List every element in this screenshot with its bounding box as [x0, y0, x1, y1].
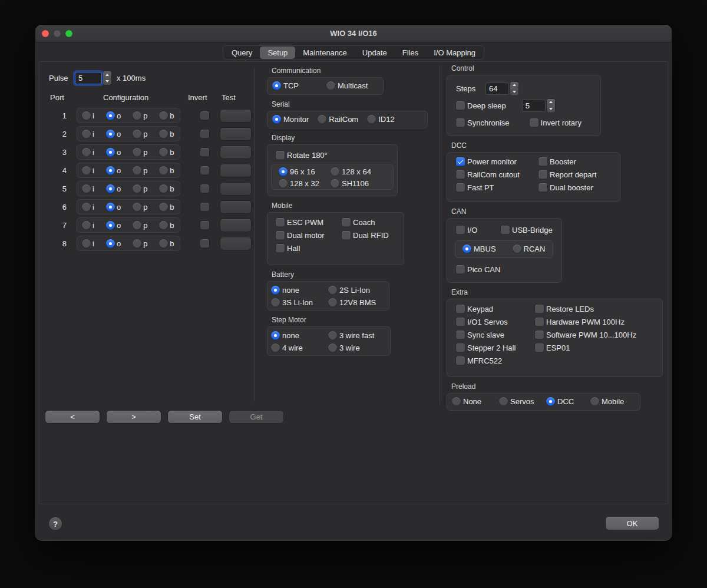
test-button[interactable]	[220, 219, 251, 232]
help-button[interactable]: ?	[49, 517, 62, 530]
radio-option[interactable]: RailCom	[318, 115, 358, 124]
config-radio-p[interactable]: p	[133, 239, 147, 248]
tab[interactable]: Maintenance	[295, 47, 354, 59]
steps-stepper[interactable]	[510, 82, 518, 95]
checkbox-option[interactable]: Hall	[276, 244, 342, 253]
radio-option[interactable]: Mobile	[590, 397, 635, 406]
config-radio-o[interactable]: o	[106, 239, 121, 248]
invert-checkbox[interactable]	[200, 111, 209, 120]
next-button[interactable]: >	[107, 411, 161, 423]
invert-checkbox[interactable]	[200, 130, 209, 138]
steps-input[interactable]: 64	[485, 82, 509, 95]
config-radio-i[interactable]: i	[82, 111, 94, 120]
checkbox-option[interactable]: Dual motor	[276, 231, 342, 240]
checkbox-option[interactable]: Dual RFID	[342, 231, 395, 240]
radio-option[interactable]: 2S Li-Ion	[328, 286, 385, 295]
test-button[interactable]	[220, 201, 251, 213]
radio-option[interactable]: none	[271, 286, 328, 295]
checkbox-option[interactable]: Software PWM 10...100Hz	[535, 331, 653, 339]
config-radio-i[interactable]: i	[82, 184, 94, 193]
config-radio-o[interactable]: o	[106, 111, 121, 120]
test-button[interactable]	[220, 146, 251, 158]
stepper-down-icon[interactable]	[103, 78, 111, 85]
checkbox-option[interactable]: Hardware PWM 100Hz	[535, 318, 653, 326]
invert-checkbox[interactable]	[200, 148, 209, 157]
radio-option[interactable]: 96 x 16	[279, 167, 331, 176]
ok-button[interactable]: OK	[606, 517, 659, 530]
invert-checkbox[interactable]	[200, 184, 209, 193]
config-radio-i[interactable]: i	[82, 148, 94, 157]
checkbox-option[interactable]: Fast PT	[456, 183, 538, 192]
stepper-up-icon[interactable]	[103, 71, 111, 78]
radio-option[interactable]: Multicast	[326, 81, 378, 90]
tab[interactable]: Files	[395, 47, 426, 59]
checkbox-option[interactable]: ESC PWM	[276, 218, 342, 227]
test-button[interactable]	[220, 237, 251, 250]
invert-rotary-checkbox-option[interactable]: Invert rotary	[530, 118, 582, 127]
config-radio-p[interactable]: p	[133, 166, 147, 175]
config-radio-p[interactable]: p	[133, 184, 147, 193]
invert-checkbox[interactable]	[200, 203, 209, 212]
pulse-stepper[interactable]	[103, 71, 111, 85]
set-button[interactable]: Set	[168, 411, 222, 423]
checkbox-option[interactable]: Coach	[342, 218, 395, 227]
radio-option[interactable]: 4 wire	[271, 343, 328, 352]
checkbox-option[interactable]: Restore LEDs	[535, 305, 653, 313]
stepper-up-icon[interactable]	[510, 82, 518, 89]
tab[interactable]: Update	[355, 47, 395, 59]
checkbox-option[interactable]: ESP01	[535, 343, 653, 352]
config-radio-b[interactable]: b	[159, 184, 174, 193]
tab[interactable]: Setup	[260, 47, 295, 59]
config-radio-p[interactable]: p	[133, 111, 147, 120]
config-radio-p[interactable]: p	[133, 148, 147, 157]
radio-option[interactable]: DCC	[546, 397, 590, 406]
close-icon[interactable]	[42, 30, 49, 37]
checkbox-option[interactable]: I/O1 Servos	[456, 318, 535, 326]
config-radio-o[interactable]: o	[106, 130, 121, 138]
checkbox-option[interactable]: I/O	[456, 226, 501, 234]
radio-option[interactable]: Monitor	[272, 115, 309, 124]
radio-option[interactable]: 3S Li-Ion	[271, 298, 328, 307]
radio-option[interactable]: none	[271, 331, 328, 340]
config-radio-o[interactable]: o	[106, 203, 121, 212]
config-radio-b[interactable]: b	[159, 203, 174, 212]
checkbox-option[interactable]: Keypad	[456, 305, 535, 313]
checkbox-option[interactable]: Report depart	[538, 170, 611, 179]
config-radio-b[interactable]: b	[159, 130, 174, 138]
radio-option[interactable]: 128 x 32	[279, 179, 331, 188]
config-radio-p[interactable]: p	[133, 221, 147, 230]
config-radio-i[interactable]: i	[82, 203, 94, 212]
radio-option[interactable]: 3 wire fast	[328, 331, 386, 340]
config-radio-p[interactable]: p	[133, 203, 147, 212]
stepper-down-icon[interactable]	[510, 88, 518, 95]
radio-option[interactable]: TCP	[272, 81, 326, 90]
tab[interactable]: I/O Mapping	[426, 47, 483, 59]
checkbox-option[interactable]: RailCom cutout	[456, 170, 538, 179]
config-radio-i[interactable]: i	[82, 130, 94, 138]
config-radio-b[interactable]: b	[159, 221, 174, 230]
config-radio-b[interactable]: b	[159, 111, 174, 120]
config-radio-i[interactable]: i	[82, 166, 94, 175]
config-radio-b[interactable]: b	[159, 239, 174, 248]
tab[interactable]: Query	[224, 47, 260, 59]
deep-sleep-stepper[interactable]	[547, 99, 555, 113]
config-radio-i[interactable]: i	[82, 221, 94, 230]
config-radio-o[interactable]: o	[106, 166, 121, 175]
radio-option[interactable]: SH1106	[331, 179, 386, 188]
stepper-up-icon[interactable]	[547, 99, 555, 106]
invert-checkbox[interactable]	[200, 239, 209, 248]
invert-checkbox[interactable]	[200, 221, 209, 230]
pulse-input[interactable]: 5	[75, 72, 102, 84]
radio-option[interactable]: MBUS	[462, 245, 496, 253]
deep-sleep-checkbox-option[interactable]: Deep sleep	[456, 101, 506, 110]
radio-option[interactable]: 128 x 64	[331, 167, 386, 176]
config-radio-o[interactable]: o	[106, 221, 121, 230]
test-button[interactable]	[220, 183, 251, 195]
radio-option[interactable]: None	[452, 397, 499, 406]
radio-option[interactable]: 12V8 BMS	[328, 298, 385, 307]
config-radio-b[interactable]: b	[159, 148, 174, 157]
config-radio-i[interactable]: i	[82, 239, 94, 248]
checkbox-option[interactable]: MFRC522	[456, 356, 535, 365]
deep-sleep-input[interactable]: 5	[522, 100, 546, 112]
rotate-180-checkbox-option[interactable]: Rotate 180°	[276, 151, 328, 160]
